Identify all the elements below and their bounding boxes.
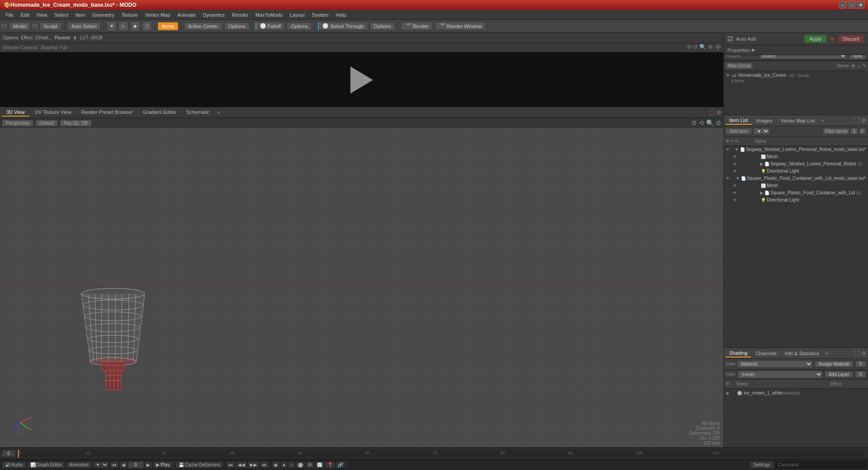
item-list-settings-icon[interactable]: ⚙ <box>861 118 866 124</box>
menu-help[interactable]: Help <box>332 11 350 19</box>
groups-icon-3[interactable]: ✎ <box>862 63 866 69</box>
tab-gradient-editor[interactable]: Gradient Editor <box>138 108 181 117</box>
menu-render[interactable]: Render <box>228 11 252 19</box>
kf-btn-3[interactable]: ○ <box>288 461 295 468</box>
render-icon-2[interactable]: ↺ <box>693 44 698 50</box>
prev-frame-button[interactable]: ◀ <box>119 461 127 468</box>
il-s-button[interactable]: S <box>850 128 858 135</box>
assign-material-button[interactable]: Assign Material <box>815 361 854 367</box>
row-eye-8[interactable]: 👁 <box>733 198 737 202</box>
tab-shading[interactable]: Shading <box>726 349 751 357</box>
sh-row-expand[interactable]: ▶ <box>726 391 730 395</box>
sculpt-mode-button[interactable]: Sculpt <box>39 22 61 30</box>
groups-icon-2[interactable]: + <box>858 63 860 69</box>
kf-btn-4[interactable]: ⬤ <box>296 461 305 468</box>
row-eye-5[interactable]: 👁 <box>726 176 730 181</box>
animated-button[interactable]: Animated <box>66 461 91 468</box>
action-center-options-button[interactable]: Options <box>224 22 250 30</box>
extra-btn-2[interactable]: ◀◀ <box>236 461 247 468</box>
tab-images[interactable]: Images <box>753 117 776 124</box>
render-icon-1[interactable]: ⟲ <box>687 44 691 50</box>
filter-items-button[interactable]: Filter Items <box>823 128 849 135</box>
add-shading-tab-button[interactable]: + <box>826 350 829 357</box>
auto-select-button[interactable]: Auto Select <box>67 22 101 30</box>
menu-texture[interactable]: Texture <box>118 11 142 19</box>
command-field[interactable]: Command <box>776 461 866 468</box>
menu-item[interactable]: Item <box>72 11 89 19</box>
tab-uv-texture-view[interactable]: UV Texture View <box>30 108 76 117</box>
menu-system[interactable]: System <box>308 11 332 19</box>
row-eye-4[interactable]: 👁 <box>733 169 737 174</box>
frame-input[interactable] <box>2 450 15 457</box>
shape-button-3[interactable]: ◆ <box>130 21 140 31</box>
row-eye-3[interactable]: 👁 <box>733 162 737 166</box>
ray-gl-button[interactable]: Ray GL: Off <box>60 120 92 127</box>
menu-geometry[interactable]: Geometry <box>89 11 118 19</box>
add-item-button[interactable]: Add Item <box>726 128 752 135</box>
kf-btn-8[interactable]: 🔗 <box>335 461 345 468</box>
row-eye-2[interactable]: 👁 <box>733 155 737 159</box>
kf-btn-5[interactable]: ⚙ <box>306 461 314 468</box>
vp-icon-1[interactable]: ⚙ <box>691 119 697 127</box>
render-icon-5[interactable]: ➕ <box>715 44 722 50</box>
perspective-button[interactable]: Perspective <box>2 120 33 127</box>
auto-add-checkbox[interactable]: ☑ <box>727 35 733 42</box>
shading-expand-icon[interactable]: ⛶ <box>854 350 859 357</box>
shape-button-2[interactable]: ▷ <box>118 21 128 31</box>
select-through-button[interactable]: ⚪ Select Through <box>318 22 368 30</box>
il-f-button[interactable]: F <box>859 128 866 135</box>
group-expand-icon[interactable]: ▼ <box>726 73 730 78</box>
row-expand-3[interactable]: ▶ <box>760 161 764 166</box>
vp-icon-4[interactable]: ⚙ <box>716 119 722 127</box>
groups-icon-1[interactable]: 👁 <box>851 63 856 69</box>
tab-vertex-map-list[interactable]: Vertex Map List <box>777 117 819 124</box>
falloff-options-button[interactable]: Options <box>287 22 312 30</box>
menu-select[interactable]: Select <box>51 11 72 19</box>
add-layer-button[interactable]: Add Layer <box>825 371 854 378</box>
settings-button[interactable]: Settings <box>750 461 774 469</box>
kf-btn-2[interactable]: ● <box>280 461 288 468</box>
falloff-button[interactable]: ⚪ Falloff <box>255 22 285 30</box>
row-eye-7[interactable]: 👁 <box>733 191 737 195</box>
extra-btn-1[interactable]: ⏮ <box>226 461 235 468</box>
shading-settings-icon[interactable]: ⚙ <box>861 350 866 357</box>
maximize-button[interactable]: □ <box>848 1 855 9</box>
view-settings-icon[interactable]: ⚙ <box>717 109 722 116</box>
default-button[interactable]: Default <box>35 120 58 127</box>
menu-animate[interactable]: Animate <box>174 11 199 19</box>
add-panel-tab-button[interactable]: + <box>821 118 824 124</box>
timeline-ruler[interactable]: 0 12 24 36 48 60 72 84 96 108 120 <box>18 450 864 458</box>
tab-item-list[interactable]: Item List <box>726 117 752 125</box>
extra-btn-3[interactable]: ▶▶ <box>248 461 259 468</box>
graph-editor-button[interactable]: 📊 Graph Editor <box>27 461 66 468</box>
vp-icon-2[interactable]: ⟲ <box>699 119 704 127</box>
go-start-button[interactable]: ⏮ <box>110 461 119 468</box>
row-expand-5[interactable]: ▼ <box>736 176 740 181</box>
tab-3d-view[interactable]: 3D View <box>2 108 29 117</box>
kf-btn-7[interactable]: 📍 <box>325 461 335 468</box>
tab-render-preset-browser[interactable]: Render Preset Browser <box>77 108 137 117</box>
row-expand-1[interactable]: ▼ <box>735 147 739 152</box>
render-icon-4[interactable]: ⚙ <box>708 44 713 50</box>
discard-button[interactable]: Discard <box>838 35 864 43</box>
new-group-button[interactable]: New Group <box>726 62 753 69</box>
menu-view[interactable]: View <box>33 11 51 19</box>
shape-button-1[interactable]: ▼ <box>107 21 117 31</box>
render-window-button[interactable]: 🎬 Render Window <box>435 22 486 30</box>
kf-btn-1[interactable]: ◆ <box>272 461 280 468</box>
select-through-options-button[interactable]: Options <box>370 22 395 30</box>
shape-button-4[interactable]: ⬡ <box>142 21 152 31</box>
menu-vertex-map[interactable]: Vertex Map <box>142 11 174 19</box>
menu-dynamics[interactable]: Dynamics <box>199 11 228 19</box>
row-expand-7[interactable]: ▶ <box>760 190 764 195</box>
play-button[interactable]: ▶ Play <box>153 461 173 468</box>
row-eye-1[interactable]: 👁 <box>726 147 730 152</box>
add-item-select[interactable]: ▼ <box>754 128 770 135</box>
audio-button[interactable]: 🔊 Audio <box>2 461 26 468</box>
tab-channels[interactable]: Channels <box>752 350 780 357</box>
action-center-button[interactable]: Action Center <box>184 22 222 30</box>
properties-expand-icon[interactable]: ▶ <box>752 47 755 53</box>
render-icon-3[interactable]: 🔍 <box>699 44 706 50</box>
vp-icon-3[interactable]: 🔍 <box>706 119 714 127</box>
next-frame-button[interactable]: ▶ <box>144 461 152 468</box>
